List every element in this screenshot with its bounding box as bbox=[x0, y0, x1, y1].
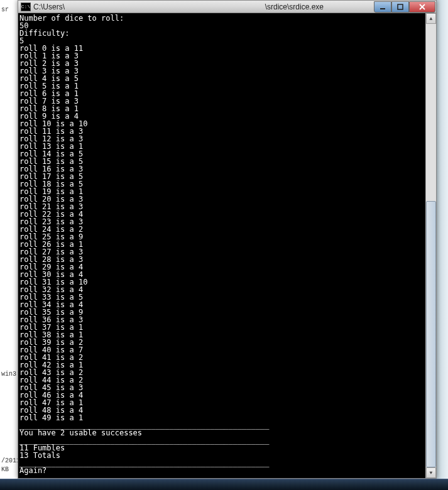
bg-label-mid: win3 bbox=[1, 371, 16, 378]
bg-label-size: KB bbox=[1, 466, 9, 473]
close-button[interactable] bbox=[409, 1, 435, 13]
scroll-track[interactable] bbox=[426, 24, 436, 467]
bg-label-top: sr bbox=[1, 6, 9, 13]
background-explorer-panel: sr win3 /2011 KB bbox=[0, 0, 19, 490]
minimize-button[interactable] bbox=[374, 1, 391, 13]
cmd-icon: C:\ bbox=[21, 3, 31, 11]
title-path-prefix: C:\Users\ bbox=[33, 3, 65, 11]
console-body: Number of dice to roll: 50 Difficulty: 5… bbox=[18, 13, 436, 478]
scroll-thumb[interactable] bbox=[426, 201, 436, 467]
svg-rect-0 bbox=[380, 8, 385, 9]
svg-rect-1 bbox=[398, 4, 403, 9]
maximize-icon bbox=[397, 4, 403, 10]
background-right-edge bbox=[437, 0, 448, 490]
scroll-up-arrow-icon[interactable]: ▲ bbox=[426, 13, 436, 24]
scroll-down-arrow-icon[interactable]: ▼ bbox=[426, 467, 436, 478]
close-icon bbox=[418, 4, 426, 10]
console-output[interactable]: Number of dice to roll: 50 Difficulty: 5… bbox=[18, 13, 425, 478]
taskbar[interactable] bbox=[0, 479, 448, 490]
maximize-button[interactable] bbox=[391, 1, 409, 13]
minimize-icon bbox=[380, 4, 386, 10]
titlebar[interactable]: C:\ C:\Users\ \srdice\srdice.exe bbox=[18, 1, 436, 13]
window-controls bbox=[374, 1, 435, 13]
vertical-scrollbar[interactable]: ▲ ▼ bbox=[425, 13, 436, 478]
title-path-suffix: \srdice\srdice.exe bbox=[265, 3, 324, 11]
console-window: C:\ C:\Users\ \srdice\srdice.exe Number … bbox=[18, 0, 437, 479]
